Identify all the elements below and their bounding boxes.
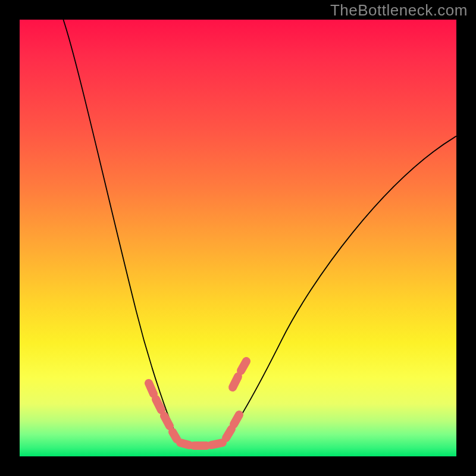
optimal-marker-right [226, 361, 246, 438]
chart-frame: TheBottleneck.com [0, 0, 476, 476]
watermark-text: TheBottleneck.com [330, 1, 468, 20]
bottleneck-curve-left [63, 20, 180, 442]
bottleneck-curve-right [224, 136, 457, 442]
optimal-marker-left [149, 383, 177, 439]
chart-svg [20, 20, 456, 456]
optimal-marker-bottom [180, 443, 223, 446]
